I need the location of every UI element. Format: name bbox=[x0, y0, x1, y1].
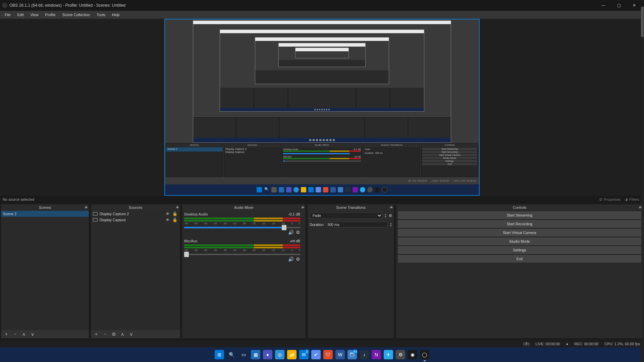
menu-scene-collection[interactable]: Scene Collection bbox=[59, 11, 94, 19]
scene-transitions-title[interactable]: Scene Transitions ⏏ bbox=[308, 204, 394, 211]
windows-taskbar: ⊞🔍▭▦●◎📁✉2✔🛡W🗔64♪N✈⚙◉◯ bbox=[0, 347, 644, 362]
preview-area[interactable]: Scenes Scene 2 Sources Display Capture 2… bbox=[0, 19, 644, 196]
start-recording-button[interactable]: Start Recording bbox=[398, 220, 641, 228]
source-properties-button[interactable]: ⚙ bbox=[111, 331, 116, 337]
source-item[interactable]: Display Capture 👁 🔓 bbox=[91, 217, 180, 223]
mini-scene-item: Scene 2 bbox=[166, 147, 223, 152]
app-icon-1[interactable]: 🗔64 bbox=[347, 350, 357, 359]
transition-mode-select[interactable]: Fade bbox=[310, 212, 382, 219]
telegram-icon[interactable]: ✈ bbox=[384, 350, 393, 359]
minimize-button[interactable]: ― bbox=[596, 0, 611, 11]
scenes-panel: Scenes ⏏ Scene 2 ＋ － ∧ ∨ bbox=[1, 204, 89, 339]
scenes-panel-title[interactable]: Scenes ⏏ bbox=[1, 204, 89, 211]
audio-scale: -60-55-50-45-40-35-30-25-20-15-10-50 bbox=[184, 249, 300, 252]
remove-scene-button[interactable]: － bbox=[12, 331, 18, 337]
source-up-button[interactable]: ∧ bbox=[120, 331, 125, 337]
eject-icon[interactable]: ⏏ bbox=[390, 205, 393, 209]
transition-mode-stepper[interactable]: ▲▼ bbox=[384, 213, 387, 218]
menu-file[interactable]: File bbox=[1, 11, 14, 19]
exit-button[interactable]: Exit bbox=[398, 255, 641, 262]
audio-track-db: -inf dB bbox=[289, 239, 300, 243]
settings-icon[interactable]: ⚙ bbox=[396, 350, 405, 359]
audio-title-label: Audio Mixer bbox=[234, 205, 254, 209]
amazon-music-icon[interactable]: ♪ bbox=[360, 350, 369, 359]
eject-icon[interactable]: ⏏ bbox=[85, 205, 88, 209]
nosource-bar: No source selected ⚙ Properties ◑ Filter… bbox=[0, 196, 644, 203]
lock-toggle[interactable]: 🔓 bbox=[172, 218, 178, 222]
davinci-icon[interactable]: ◉ bbox=[408, 350, 417, 359]
search-icon[interactable]: 🔍 bbox=[227, 350, 236, 359]
audio-track-db: -0.1 dB bbox=[288, 212, 300, 216]
scene-up-button[interactable]: ∧ bbox=[21, 331, 26, 337]
duration-input[interactable] bbox=[326, 222, 388, 228]
menu-profile[interactable]: Profile bbox=[42, 11, 59, 19]
add-source-button[interactable]: ＋ bbox=[94, 331, 99, 337]
onenote-icon[interactable]: N bbox=[372, 350, 381, 359]
maximize-button[interactable]: ▢ bbox=[611, 0, 627, 11]
scene-item-label: Scene 2 bbox=[3, 212, 16, 216]
audio-settings-button[interactable]: ⚙ bbox=[296, 230, 300, 235]
audio-settings-button[interactable]: ⚙ bbox=[296, 256, 300, 262]
visibility-toggle[interactable]: 👁 bbox=[165, 212, 170, 216]
menu-view[interactable]: View bbox=[27, 11, 42, 19]
explorer-icon[interactable]: 📁 bbox=[287, 350, 297, 359]
visibility-toggle[interactable]: 👁 bbox=[165, 218, 170, 222]
todo-icon[interactable]: ✔ bbox=[311, 350, 321, 359]
eject-icon[interactable]: ⏏ bbox=[639, 205, 642, 209]
teams-icon[interactable]: ● bbox=[263, 350, 272, 359]
menu-edit[interactable]: Edit bbox=[14, 11, 27, 19]
properties-button[interactable]: ⚙ Properties bbox=[597, 197, 623, 202]
source-down-button[interactable]: ∨ bbox=[128, 331, 134, 337]
mini-source-1: Display Capture bbox=[224, 150, 281, 154]
sources-panel-title[interactable]: Sources ⏏ bbox=[91, 204, 180, 211]
mini-trans-dur: 300 ms bbox=[375, 152, 383, 154]
audio-volume-slider[interactable] bbox=[184, 254, 300, 255]
controls-panel-title[interactable]: Controls ⏏ bbox=[396, 204, 643, 211]
scene-transitions-panel: Scene Transitions ⏏ Fade ▲▼ ⚙ Duration ▲… bbox=[307, 204, 394, 339]
audio-volume-slider[interactable] bbox=[184, 227, 300, 228]
transition-settings-button[interactable]: ⚙ bbox=[389, 214, 392, 218]
audio-track-name: Desktop Audio bbox=[184, 212, 208, 216]
brave-icon[interactable]: 🛡 bbox=[323, 350, 333, 359]
sources-title-label: Sources bbox=[129, 205, 142, 209]
widgets-icon[interactable]: ▦ bbox=[251, 350, 260, 359]
scene-item[interactable]: Scene 2 bbox=[1, 211, 89, 217]
duration-stepper[interactable]: ▲▼ bbox=[390, 222, 392, 227]
mini-ctrl-3: Studio Mode bbox=[422, 157, 477, 159]
start-icon[interactable]: ⊞ bbox=[215, 350, 224, 359]
remove-source-button[interactable]: － bbox=[102, 331, 108, 337]
start-streaming-button[interactable]: Start Streaming bbox=[398, 212, 641, 219]
eject-icon[interactable]: ⏏ bbox=[176, 205, 179, 209]
filters-button[interactable]: ◑ Filters bbox=[623, 197, 641, 202]
eject-icon[interactable]: ⏏ bbox=[301, 205, 304, 209]
badge: 64 bbox=[353, 349, 358, 354]
obs-icon[interactable]: ◯ bbox=[420, 350, 429, 359]
taskview-icon[interactable]: ▭ bbox=[239, 350, 248, 359]
audio-mixer-title[interactable]: Audio Mixer ⏏ bbox=[182, 204, 306, 211]
settings-button[interactable]: Settings bbox=[398, 246, 641, 254]
duration-label: Duration bbox=[310, 223, 324, 227]
controls-panel: Controls ⏏ Start Streaming Start Recordi… bbox=[396, 204, 643, 339]
add-scene-button[interactable]: ＋ bbox=[4, 331, 9, 337]
audio-track-name: Mic/Aux bbox=[184, 239, 197, 243]
mail-icon[interactable]: ✉2 bbox=[299, 350, 309, 359]
scene-down-button[interactable]: ∨ bbox=[30, 331, 35, 337]
mute-button[interactable]: 🔊 bbox=[288, 256, 294, 262]
edge-icon[interactable]: ◎ bbox=[275, 350, 284, 359]
source-item[interactable]: Display Capture 2 👁 🔓 bbox=[91, 211, 180, 217]
word-icon[interactable]: W bbox=[335, 350, 345, 359]
menu-tools[interactable]: Tools bbox=[93, 11, 109, 19]
mini-audio1-db: -inf dB bbox=[354, 156, 361, 158]
filter-icon: ◑ bbox=[625, 197, 628, 202]
close-button[interactable]: ✕ bbox=[627, 0, 642, 11]
audio-track: Desktop Audio -0.1 dB -60-55-50-45-40-35… bbox=[182, 211, 302, 238]
studio-mode-button[interactable]: Studio Mode bbox=[398, 238, 641, 245]
rec-status: REC: 00:00:00 bbox=[574, 342, 598, 346]
mute-button[interactable]: 🔊 bbox=[288, 230, 294, 235]
menu-help[interactable]: Help bbox=[109, 11, 123, 19]
start-virtual-camera-button[interactable]: Start Virtual Camera bbox=[398, 229, 641, 236]
mini-ctrl-1: Start Recording bbox=[422, 151, 477, 153]
preview-canvas[interactable]: Scenes Scene 2 Sources Display Capture 2… bbox=[164, 19, 480, 196]
audio-meter bbox=[184, 218, 300, 222]
lock-toggle[interactable]: 🔓 bbox=[172, 212, 178, 216]
